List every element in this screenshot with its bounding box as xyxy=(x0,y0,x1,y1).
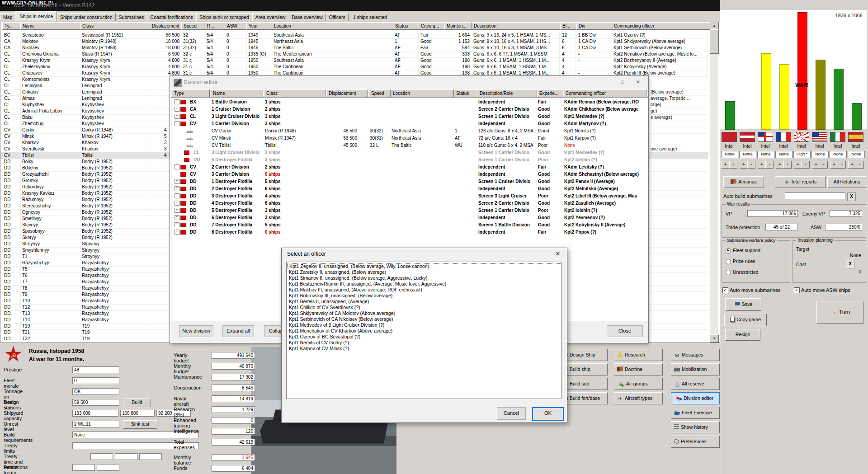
tree-expander-icon[interactable]: + xyxy=(175,114,179,119)
auto-build-clear-button[interactable]: X xyxy=(847,192,856,201)
tree-expander-icon[interactable]: + xyxy=(175,179,179,184)
division-footer-button-1[interactable]: Expand all xyxy=(222,325,254,337)
scroll-down-icon[interactable]: ▼ xyxy=(710,334,719,343)
officer-list-item[interactable]: Kpt1 Zegelov II, unassigned, (Below aver… xyxy=(287,263,561,269)
relation-minus-button[interactable]: - xyxy=(783,161,792,169)
all-reserve-button[interactable]: ⚓All reserve xyxy=(671,378,720,390)
tree-expander-icon[interactable]: + xyxy=(175,222,179,227)
division-column-4[interactable]: Speed xyxy=(369,89,391,97)
vertical-scrollbar[interactable]: ▲ ▼ xyxy=(710,22,718,342)
scroll-thumb[interactable] xyxy=(710,29,719,54)
division-column-9[interactable]: Commanding officer xyxy=(563,89,646,97)
close-icon[interactable]: ✕ xyxy=(552,250,564,258)
fleet-exercise-button[interactable]: Fleet Exercise xyxy=(671,407,720,419)
division-column-8[interactable]: Experie... xyxy=(537,89,563,97)
air-groups-button[interactable]: ✈Air groups xyxy=(614,378,663,390)
almanac-button[interactable]: Almanac xyxy=(723,176,764,188)
division-column-3[interactable]: Displacement xyxy=(326,89,368,97)
radio-prize-rules[interactable] xyxy=(726,259,731,264)
column-header-desc[interactable]: Description xyxy=(472,22,561,30)
tab-base-overview[interactable]: Base overview xyxy=(288,13,326,21)
country-value-box[interactable] xyxy=(115,453,137,460)
invasion-clear-button[interactable]: X xyxy=(846,260,854,268)
country-value-box[interactable] xyxy=(72,464,95,471)
table-row[interactable]: BCSevastopolSevastopol (R 1952)56 500325… xyxy=(0,32,708,39)
country-value-box[interactable]: 0 xyxy=(72,377,119,384)
officer-list-item[interactable]: Kpt1 Bobrovskiy III, unassigned, (Below … xyxy=(287,293,561,299)
division-row[interactable]: +CV2 Carrier Division2 shipsIndependentF… xyxy=(171,164,647,171)
country-value-box[interactable]: 100 800 xyxy=(120,410,155,417)
radio-fleet-support[interactable] xyxy=(726,248,731,253)
division-row[interactable]: +DD8 Destroyer Flotilla0 shipsIndependen… xyxy=(171,229,647,236)
tab-coastal-fortifications[interactable]: Coastal fortifications xyxy=(147,13,197,21)
division-row[interactable]: +DD6 Destroyer Flotilla3 shipsIndependen… xyxy=(171,214,647,221)
auto-move-asw-checkbox[interactable]: ✓ xyxy=(794,287,800,293)
scroll-up-icon[interactable]: ▲ xyxy=(710,22,719,30)
tree-expander-icon[interactable]: + xyxy=(175,107,179,112)
column-header-name[interactable]: Name xyxy=(20,22,82,30)
country-build-button[interactable]: Build xyxy=(123,399,151,407)
aircraft-types-button[interactable]: ✈Aircraft types xyxy=(614,392,663,404)
country-value-box[interactable]: 193 000 xyxy=(72,410,118,417)
relation-minus-button[interactable]: - xyxy=(820,161,828,169)
column-header-maint[interactable]: Mainten... xyxy=(444,22,472,30)
relation-plus-button[interactable]: + xyxy=(830,161,838,169)
column-header-ty[interactable]: Ty... xyxy=(2,22,22,30)
division-row[interactable]: CL3 Light Cruiser Divisio3 shipsScreen 1… xyxy=(171,149,647,156)
copy-game-button[interactable]: Copy game xyxy=(724,314,767,326)
division-row[interactable]: +CL3 Light Cruiser Divisio3 shipsScreen … xyxy=(171,113,647,120)
ok-button[interactable]: OK xyxy=(532,407,564,421)
officer-list-item[interactable]: Kpt1 Ozerov of BC Sevastopol (?) xyxy=(287,334,561,340)
tree-expander-icon[interactable]: + xyxy=(175,186,179,191)
table-row[interactable]: CLChervona UkrainaSlava (R 1947)6 90032 … xyxy=(0,51,708,58)
country-value-box[interactable]: 59 500 xyxy=(72,399,119,406)
tree-expander-icon[interactable]: + xyxy=(175,164,179,169)
officer-list-item[interactable]: Kpt1 Menchukov of CV Kharkov (Above aver… xyxy=(287,328,561,334)
division-column-5[interactable]: Location xyxy=(391,89,454,97)
messages-button[interactable]: ✉Messages xyxy=(671,349,720,361)
officer-list-item[interactable]: Kpt1 Medvedev of 3 Light Cruiser Divisio… xyxy=(287,322,561,328)
division-row[interactable]: CV3 Carrier Division0 shipsIndependentGo… xyxy=(171,171,647,178)
division-row[interactable]: +DD4 Destroyer Flotilla6 shipsScreen 2 C… xyxy=(171,200,647,207)
tree-expander-icon[interactable]: + xyxy=(175,201,179,206)
turn-button[interactable]: →Turn xyxy=(816,301,863,324)
all-relations-button[interactable]: All Relations xyxy=(827,176,866,188)
column-header-status[interactable]: Status xyxy=(393,22,420,30)
radio-unrestricted[interactable] xyxy=(726,270,731,275)
division-row[interactable]: +DD7 Destroyer Flotilla5 shipsScreen 1 B… xyxy=(171,221,647,229)
division-row[interactable]: CV MinskMinsk (R 1947)53 50030(31)Northe… xyxy=(171,135,647,142)
column-header-crew[interactable]: Crew q... xyxy=(419,22,447,30)
intel-reports-button[interactable]: ✈Intel reports xyxy=(775,176,826,188)
division-row[interactable]: CV TbilisiTbilisi45 50032 LThe BalticWU1… xyxy=(171,142,647,149)
country-sink-test-button[interactable]: Sink test xyxy=(123,420,157,429)
division-column-1[interactable]: Name xyxy=(211,89,263,97)
tree-expander-icon[interactable]: + xyxy=(175,99,179,104)
division-row[interactable]: +BX1 Battle Division1 shipsIndependentFa… xyxy=(171,99,647,106)
tab-area-overview[interactable]: Area overview xyxy=(252,13,289,21)
officer-list-item[interactable]: Kpt1 Shklyarevsky of CA Molotov (Above a… xyxy=(287,310,561,316)
division-footer-button-0[interactable]: New division xyxy=(179,325,213,337)
division-row[interactable]: +DD2 Destroyer Flotilla6 shipsIndependen… xyxy=(171,185,647,192)
column-header-loc[interactable]: Location xyxy=(272,22,394,30)
division-row[interactable]: +DD1 Destroyer Flotilla5 shipsScreen 1 C… xyxy=(171,178,647,185)
relation-plus-button[interactable]: + xyxy=(794,161,802,169)
country-value-box[interactable]: 48 xyxy=(72,366,119,373)
table-row[interactable]: CLZheleznyakovKrasnyy Krym4 80031 c5/401… xyxy=(0,64,708,70)
division-row[interactable]: +CA1 Cruiser Division2 shipsScreen 2 Car… xyxy=(171,106,647,113)
relation-minus-button[interactable]: - xyxy=(729,161,737,169)
select-officer-dialog[interactable]: Select an officer ✕ Kpt1 Zegelov II, una… xyxy=(281,248,567,423)
officer-list-item[interactable]: Kpt1 Nemits of CV Gorky (?) xyxy=(287,340,561,346)
officer-list[interactable]: Kpt1 Zegelov II, unassigned, (Below aver… xyxy=(286,262,561,399)
mobilization-button[interactable]: Mobilization xyxy=(671,363,720,375)
auto-move-subs-checkbox[interactable]: ✓ xyxy=(722,287,728,293)
division-column-7[interactable]: Description/Role xyxy=(477,89,537,97)
relation-plus-button[interactable]: + xyxy=(758,161,766,169)
table-row[interactable]: CANikolaevMolotov (R 1958)18 00031(32)5/… xyxy=(0,45,708,52)
tree-expander-icon[interactable]: + xyxy=(175,215,179,220)
tab-map[interactable]: Map xyxy=(0,13,15,21)
officer-list-item[interactable]: Kpt1 Simanov II, unassigned, (Below aver… xyxy=(287,275,561,281)
relation-plus-button[interactable]: + xyxy=(776,161,784,169)
country-value-box[interactable] xyxy=(90,453,113,460)
cancel-button[interactable]: Cancel xyxy=(497,407,526,420)
close-icon[interactable]: ✕ xyxy=(631,78,645,86)
